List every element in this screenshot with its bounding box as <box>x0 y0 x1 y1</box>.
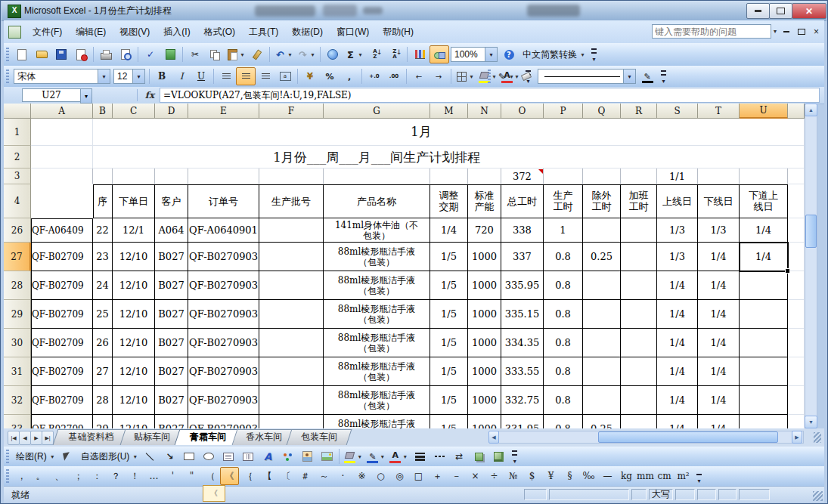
insert-clipart-button[interactable] <box>297 447 317 465</box>
tab-nav-next-button[interactable]: ▶ <box>30 431 42 445</box>
cut-button[interactable]: ✂ <box>185 45 205 63</box>
cell-U26[interactable]: 1/4 <box>740 218 788 243</box>
font-name-dropdown-icon[interactable]: ▾ <box>98 70 110 83</box>
cell-S29[interactable]: 1/4 <box>657 300 698 329</box>
cell-filler-29[interactable] <box>788 300 805 329</box>
symbol-button-5[interactable]: ？ <box>107 467 126 485</box>
symbol-button-2[interactable]: 、 <box>50 467 69 485</box>
shape-font-color-button[interactable]: A▾ <box>387 447 410 465</box>
row-header-4[interactable]: 4 <box>4 184 31 218</box>
column-header-E[interactable]: E <box>188 104 259 119</box>
cell-S2[interactable] <box>657 146 698 169</box>
cell-P4[interactable]: 生产 工时 <box>544 184 583 218</box>
cell-A28[interactable]: QF-B02709 <box>31 271 93 300</box>
permission-button[interactable] <box>71 45 91 63</box>
cell-N28[interactable]: 1000 <box>468 271 501 300</box>
cell-N33[interactable]: 1000 <box>468 415 501 428</box>
cell-S26[interactable]: 1/3 <box>657 218 698 243</box>
row-header-1[interactable]: 1 <box>4 119 31 146</box>
cell-O1[interactable] <box>501 119 544 146</box>
cell-B3[interactable] <box>93 169 113 184</box>
cell-P31[interactable]: 0.8 <box>544 357 583 386</box>
cell-F31[interactable] <box>259 357 324 386</box>
align-right-button[interactable] <box>256 67 275 85</box>
cell-P28[interactable]: 0.8 <box>544 271 583 300</box>
cell-S33[interactable]: 1/4 <box>657 415 698 428</box>
toolbar-options-button[interactable]: ▾ <box>589 45 599 65</box>
font-size-dropdown-icon[interactable]: ▾ <box>132 70 144 83</box>
comma-style-button[interactable]: , <box>340 67 359 85</box>
cell-Q28[interactable] <box>583 271 621 300</box>
symbol-button-32[interactable]: kg <box>617 467 636 485</box>
shape-line-color-dropdown-icon[interactable]: ▾ <box>379 453 386 460</box>
merge-and-center-button[interactable]: a <box>275 67 295 85</box>
formatting-toolbar-grip[interactable] <box>6 70 9 83</box>
cell-A1[interactable] <box>31 119 93 146</box>
symbol-button-23[interactable]: － <box>447 467 466 485</box>
symbol-button-3[interactable]: ； <box>69 467 88 485</box>
cell-filler-2[interactable] <box>788 146 805 169</box>
cell-Q2[interactable] <box>583 146 621 169</box>
symbol-button-14[interactable]: 〔 <box>277 467 296 485</box>
cell-B2[interactable] <box>93 146 113 169</box>
cell-Q3[interactable] <box>583 169 621 184</box>
cell-D30[interactable]: B027 <box>155 329 188 357</box>
cell-C29[interactable]: 12/10 <box>113 300 155 329</box>
column-header-U[interactable]: U <box>740 104 788 119</box>
cell-B31[interactable]: 27 <box>93 357 113 386</box>
column-header-P[interactable]: P <box>544 104 583 119</box>
cell-P1[interactable] <box>544 119 583 146</box>
cell-E26[interactable]: QF-A0640901 <box>188 218 259 243</box>
cell-filler-28[interactable] <box>788 271 805 300</box>
symbol-button-4[interactable]: ： <box>88 467 107 485</box>
workbook-restore-button[interactable] <box>795 25 808 38</box>
cell-F1[interactable] <box>259 119 324 146</box>
cell-N1[interactable] <box>468 119 501 146</box>
cell-R26[interactable] <box>621 218 657 243</box>
sheet-tab-贴标车间[interactable]: 贴标车间 <box>122 429 181 445</box>
cell-O2[interactable] <box>501 146 544 169</box>
research-button[interactable] <box>160 45 180 63</box>
symbol-popup[interactable]: 《 <box>203 485 225 502</box>
font-name-combo[interactable]: 宋体▾ <box>14 69 110 84</box>
cell-S28[interactable]: 1/4 <box>657 271 698 300</box>
cell-G32[interactable]: 88ml棱形瓶洁手液 （包装） <box>324 386 430 415</box>
cell-D1[interactable] <box>155 119 188 146</box>
cell-G26[interactable]: 141ml身体牛油（不 包装） <box>324 218 430 243</box>
copy-button[interactable] <box>205 45 225 63</box>
cell-filler-3[interactable] <box>788 169 805 184</box>
print-button[interactable] <box>96 45 116 63</box>
draw-menu-button[interactable]: 绘图(R)▾ <box>12 447 57 465</box>
chinese-conversion-button[interactable]: 中文简繁转换▾ <box>519 45 588 63</box>
symbol-button-27[interactable]: $ <box>523 467 541 485</box>
symbol-button-28[interactable]: ¥ <box>541 467 560 485</box>
cell-R27[interactable] <box>621 243 657 271</box>
insert-oval-button[interactable] <box>199 447 219 465</box>
cell-G29[interactable]: 88ml棱形瓶洁手液 （包装） <box>324 300 430 329</box>
cell-R1[interactable] <box>621 119 657 146</box>
symbol-button-12[interactable]: ｛ <box>239 467 258 485</box>
cell-M3[interactable] <box>430 169 468 184</box>
menu-item-8[interactable]: 帮助(H) <box>376 23 420 41</box>
cell-B27[interactable]: 23 <box>93 243 113 271</box>
drawing-button[interactable] <box>430 45 449 63</box>
cell-U33[interactable] <box>740 415 788 428</box>
cell-filler-31[interactable] <box>788 357 805 386</box>
cell-filler-32[interactable] <box>788 386 805 415</box>
line-style-combo[interactable]: ▾ <box>538 69 636 84</box>
symbol-button-18[interactable]: ※ <box>352 467 371 485</box>
cell-D27[interactable]: B027 <box>155 243 188 271</box>
align-center-button[interactable] <box>236 67 256 85</box>
cell-R3[interactable] <box>621 169 657 184</box>
cell-D31[interactable]: B027 <box>155 357 188 386</box>
cell-R31[interactable] <box>621 357 657 386</box>
cell-D26[interactable]: A064 <box>155 218 188 243</box>
insert-function-button[interactable]: fx <box>141 88 158 102</box>
menu-item-2[interactable]: 视图(V) <box>113 23 157 41</box>
column-header-O[interactable]: O <box>501 104 544 119</box>
cell-S3[interactable]: 1/1 <box>657 169 698 184</box>
spelling-button[interactable]: ✓ <box>141 45 160 63</box>
cell-Q1[interactable] <box>583 119 621 146</box>
menu-item-1[interactable]: 编辑(E) <box>69 23 113 41</box>
cell-C30[interactable]: 12/10 <box>113 329 155 357</box>
